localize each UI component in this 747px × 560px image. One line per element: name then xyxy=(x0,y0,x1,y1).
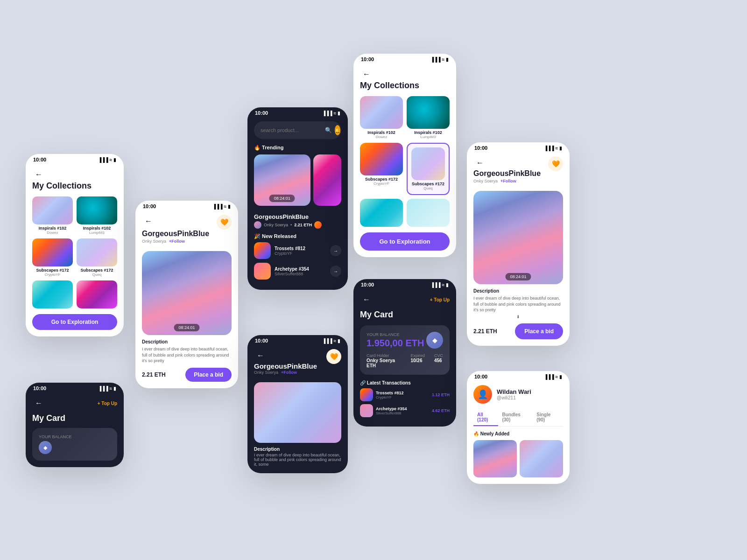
search-input[interactable] xyxy=(261,127,325,133)
list-owner: CryptoYF xyxy=(275,251,326,256)
bullet: • xyxy=(290,223,292,227)
cvc-label: CVC xyxy=(434,353,443,358)
balance-amount-5: 1.950,00 ETH xyxy=(366,338,424,349)
back-button-6[interactable]: ← xyxy=(473,156,486,169)
collection-name: Inspirals #102 xyxy=(77,226,117,231)
collection-item[interactable] xyxy=(77,280,117,308)
wifi-icon: ≈ xyxy=(110,386,113,391)
back-button-2[interactable]: ← xyxy=(142,215,155,228)
featured-art[interactable]: 08:24:01 xyxy=(254,154,310,206)
collection-item[interactable]: Inspirals #102 LumpiM3 xyxy=(77,196,117,235)
status-bar-2: 10:00 ▐▐▐ ≈ ▮ xyxy=(135,201,238,211)
transaction-item[interactable]: Archetype #354 SilverSuffer888 4.62 ETH xyxy=(360,404,450,417)
status-icons-7: ▐▐▐ ≈ ▮ xyxy=(322,338,340,343)
author-name-7: Onky Soerya xyxy=(254,370,278,375)
description-2: Description I ever dream of dive deep in… xyxy=(142,339,232,364)
collection-owner: LumpiM3 xyxy=(407,135,450,139)
signal-icon: ▐▐▐ xyxy=(544,146,554,151)
collection-owner: Dowez xyxy=(32,231,73,235)
top-up-button-5[interactable]: + Top Up xyxy=(430,297,450,302)
status-bar-3: 10:00 ▐▐▐ ≈ ▮ xyxy=(247,107,348,118)
back-button-4[interactable]: ← xyxy=(360,68,373,81)
new-released-label: 🎉 New Released xyxy=(254,233,341,239)
collection-item[interactable]: Inspirals #102 LumpiM3 xyxy=(407,96,450,139)
signal-icon: ▐▐▐ xyxy=(430,282,440,287)
description-6: Description I ever dream of dive deep in… xyxy=(473,288,563,320)
collection-art xyxy=(77,196,117,224)
back-button-1[interactable]: ← xyxy=(32,168,45,181)
newly-added-art-1[interactable] xyxy=(473,440,517,477)
author-name-2: Onky Soerya xyxy=(142,239,166,244)
eth-icon-small: ◆ xyxy=(39,441,52,454)
collection-item[interactable]: Subscapes #172 CryptoYF xyxy=(32,238,73,277)
collection-art xyxy=(77,238,117,266)
heart-button-7[interactable]: 🧡 xyxy=(326,349,341,364)
user-name: Wildan Wari xyxy=(497,388,563,395)
list-owner: SilverSuffer888 xyxy=(275,272,326,276)
collection-item[interactable]: Subscapes #172 CryptoYF xyxy=(360,143,403,195)
nft-title-2: GorgeousPinkBlue xyxy=(142,230,209,238)
go-to-exploration-button-4[interactable]: Go to Exploration xyxy=(360,232,450,251)
follow-button-7[interactable]: +Follow xyxy=(281,370,297,375)
collection-art xyxy=(407,96,450,129)
wifi-icon: ≈ xyxy=(334,111,337,116)
collection-item-selected[interactable]: Subscapes #172 Queq xyxy=(407,143,450,195)
featured-art-2[interactable] xyxy=(313,154,341,206)
list-item[interactable]: Archetype #354 SilverSuffer888 → xyxy=(254,263,341,280)
search-bar: 🔍 🔔 xyxy=(254,121,341,139)
back-button-7[interactable]: ← xyxy=(254,349,267,362)
read-more-arrow[interactable]: ⬇ xyxy=(473,314,563,320)
tab-bundles[interactable]: Bundles (30) xyxy=(498,409,533,426)
heart-button-2[interactable]: 🧡 xyxy=(217,215,232,230)
signal-icon: ▐▐▐ xyxy=(98,386,108,391)
collection-item[interactable]: Inspirals #102 Dowez xyxy=(360,96,403,139)
page-title-8: My Card xyxy=(32,413,117,423)
tab-all[interactable]: All (120) xyxy=(473,409,498,426)
collection-item[interactable]: Subscapes #172 Queq xyxy=(77,238,117,277)
newly-added-art-2[interactable] xyxy=(520,440,563,477)
place-bid-button-6[interactable]: Place a bid xyxy=(515,323,563,339)
wifi-icon: ≈ xyxy=(334,338,337,343)
list-thumb xyxy=(254,242,271,259)
collection-item[interactable] xyxy=(407,199,450,227)
list-item[interactable]: Trossets #812 CryptoYF → xyxy=(254,242,341,259)
follow-button-2[interactable]: +Follow xyxy=(169,239,185,244)
collection-item[interactable] xyxy=(360,199,403,227)
collection-owner: Dowez xyxy=(360,135,403,139)
tx-name: Trossets #812 xyxy=(376,391,429,395)
collection-name: Subscapes #172 xyxy=(411,182,445,186)
desc-label-2: Description xyxy=(142,339,232,345)
go-to-exploration-button-1[interactable]: Go to Exploration xyxy=(32,314,117,330)
page-title-1: My Collections xyxy=(32,181,117,191)
follow-button-6[interactable]: +Follow xyxy=(500,179,516,183)
heart-button-6[interactable]: 🧡 xyxy=(548,156,563,171)
battery-icon: ▮ xyxy=(446,57,449,62)
status-icons-2: ▐▐▐ ≈ ▮ xyxy=(212,204,231,209)
back-button-8[interactable]: ← xyxy=(32,397,45,410)
collection-item[interactable]: Inspirals #102 Dowez xyxy=(32,196,73,235)
wifi-icon: ≈ xyxy=(442,57,445,62)
tab-single[interactable]: Single (90) xyxy=(533,409,563,426)
nft-art-7 xyxy=(254,382,341,443)
arrow-button[interactable]: → xyxy=(330,266,341,277)
eth-price-2: 2.21 ETH xyxy=(142,371,166,378)
author-row-6: Onky Soerya +Follow xyxy=(473,179,541,183)
collections-grid-4: Inspirals #102 Dowez Inspirals #102 Lump… xyxy=(360,96,450,195)
battery-icon: ▮ xyxy=(559,146,562,151)
user-handle: @wili211 xyxy=(497,395,563,400)
card-holder-label: Card Holder xyxy=(366,353,401,358)
status-bar-9: 10:00 ▐▐▐ ≈ ▮ xyxy=(467,371,570,381)
collection-item[interactable] xyxy=(32,280,73,308)
page-title-5: My Card xyxy=(360,310,450,320)
time-2: 10:00 xyxy=(143,203,156,209)
status-icons-3: ▐▐▐ ≈ ▮ xyxy=(322,111,340,116)
place-bid-button-2[interactable]: Place a bid xyxy=(185,368,232,382)
back-button-5[interactable]: ← xyxy=(360,293,373,306)
notification-icon[interactable]: 🔔 xyxy=(335,125,340,135)
signal-icon: ▐▐▐ xyxy=(544,374,554,379)
arrow-button[interactable]: → xyxy=(330,245,341,256)
transaction-item[interactable]: Trossets #812 CryptoYF 1.12 ETH xyxy=(360,388,450,401)
tx-thumb xyxy=(360,404,373,417)
status-bar-1: 10:00 ▐▐▐ ≈ ▮ xyxy=(26,154,124,164)
top-up-button-8[interactable]: + Top Up xyxy=(98,401,117,406)
